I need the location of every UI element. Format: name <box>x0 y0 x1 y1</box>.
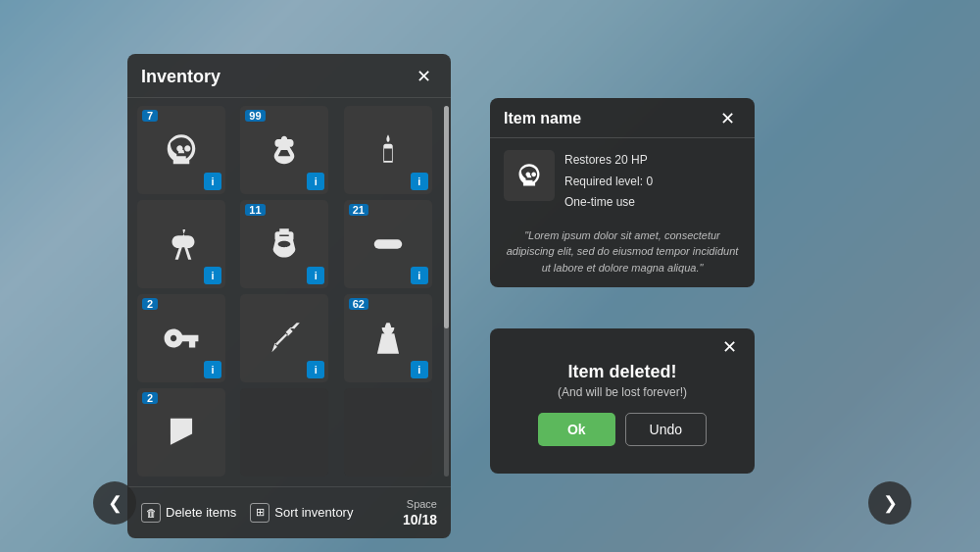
space-value: 10/18 <box>403 511 437 528</box>
inventory-title: Inventory <box>141 67 220 87</box>
item-info-btn-6[interactable]: i <box>411 267 428 284</box>
candle-icon <box>369 131 407 169</box>
item-cell-9[interactable]: 62 i <box>344 294 432 382</box>
stat-level: Required level: 0 <box>564 172 653 193</box>
nav-next-button[interactable]: ❯ <box>868 481 911 525</box>
skull-icon <box>163 131 200 169</box>
item-cell-10[interactable]: 2 <box>137 388 225 477</box>
footer-actions: 🗑 Delete items ⊞ Sort inventory <box>141 503 353 523</box>
item-count-2: 99 <box>245 110 265 122</box>
detail-body: Restores 20 HP Required level: 0 One-tim… <box>490 138 755 222</box>
detail-skull-icon <box>515 162 543 189</box>
detail-header: Item name ✕ <box>490 98 755 138</box>
inventory-scrollbar[interactable] <box>444 106 449 477</box>
ok-button[interactable]: Ok <box>538 413 615 446</box>
delete-items-button[interactable]: 🗑 Delete items <box>141 503 236 523</box>
item-cell-7[interactable]: 2 i <box>137 294 225 382</box>
deleted-title: Item deleted! <box>506 362 739 382</box>
detail-stats: Restores 20 HP Required level: 0 One-tim… <box>564 150 653 214</box>
item-cell-11 <box>240 388 328 477</box>
item-detail-panel: Item name ✕ Restores 20 HP Required leve… <box>490 98 755 287</box>
item-info-btn-8[interactable]: i <box>307 361 324 378</box>
item-info-btn-4[interactable]: i <box>204 267 221 284</box>
deleted-subtitle: (And will be lost forever!) <box>506 385 739 399</box>
nav-prev-button[interactable]: ❮ <box>93 481 136 525</box>
item-cell-2[interactable]: 99 i <box>240 106 328 194</box>
detail-icon-box <box>504 150 555 201</box>
item-cell-6[interactable]: 21 i <box>344 200 432 288</box>
item-count-5: 11 <box>245 204 265 216</box>
space-label: Space <box>403 497 437 511</box>
item-cell-5[interactable]: 11 i <box>240 200 328 288</box>
inventory-panel: Inventory ✕ 7 i 99 i i i 11 i 21 <box>127 54 451 538</box>
stat-hp: Restores 20 HP <box>564 150 653 172</box>
undo-button[interactable]: Undo <box>625 413 707 446</box>
item-count-9: 62 <box>349 298 368 310</box>
delete-icon: 🗑 <box>141 503 161 523</box>
deleted-panel: ✕ Item deleted! (And will be lost foreve… <box>490 328 755 474</box>
sort-icon: ⊞ <box>250 503 270 523</box>
item-cell-3[interactable]: i <box>344 106 432 194</box>
delete-items-label: Delete items <box>166 505 236 520</box>
svg-rect-0 <box>373 239 402 249</box>
item-count-1: 7 <box>142 110 158 122</box>
scrollbar-thumb <box>444 106 449 328</box>
item-info-btn-7[interactable]: i <box>204 361 221 378</box>
inventory-footer: 🗑 Delete items ⊞ Sort inventory Space 10… <box>127 486 451 538</box>
inventory-grid: 7 i 99 i i i 11 i 21 i 2 <box>127 98 451 484</box>
inventory-close-button[interactable]: ✕ <box>411 66 437 87</box>
item-info-btn-1[interactable]: i <box>204 173 221 190</box>
axe-icon <box>163 226 200 263</box>
torch-icon <box>369 320 407 357</box>
deleted-header: ✕ <box>490 328 755 362</box>
item-info-btn-9[interactable]: i <box>411 361 428 378</box>
key-icon <box>163 320 200 357</box>
sort-inventory-label: Sort inventory <box>274 505 353 520</box>
inventory-header: Inventory ✕ <box>127 54 451 98</box>
detail-quote: "Lorem ipsum dolor sit amet, consectetur… <box>490 222 755 288</box>
detail-close-button[interactable]: ✕ <box>714 108 741 129</box>
space-info: Space 10/18 <box>403 497 437 528</box>
item-cell-12 <box>344 388 432 477</box>
deleted-actions: Ok Undo <box>506 413 739 446</box>
item-count-7: 2 <box>142 298 158 310</box>
item-cell-1[interactable]: 7 i <box>137 106 225 194</box>
deleted-body: Item deleted! (And will be lost forever!… <box>490 362 755 460</box>
sort-inventory-button[interactable]: ⊞ Sort inventory <box>250 503 353 523</box>
stat-use: One-time use <box>564 192 653 214</box>
item-count-10: 2 <box>142 392 158 404</box>
item-count-6: 21 <box>349 204 368 216</box>
item-cell-4[interactable]: i <box>137 200 225 288</box>
flag-icon <box>163 414 200 451</box>
item-info-btn-5[interactable]: i <box>307 267 324 284</box>
archer-icon <box>266 320 303 357</box>
candy-icon <box>266 131 303 169</box>
deleted-close-button[interactable]: ✕ <box>716 336 743 358</box>
item-info-btn-3[interactable]: i <box>411 173 428 190</box>
item-info-btn-2[interactable]: i <box>307 173 324 190</box>
detail-title: Item name <box>504 110 581 127</box>
capsule-icon <box>369 226 407 263</box>
item-cell-8[interactable]: i <box>240 294 328 382</box>
potion-icon <box>266 226 303 263</box>
